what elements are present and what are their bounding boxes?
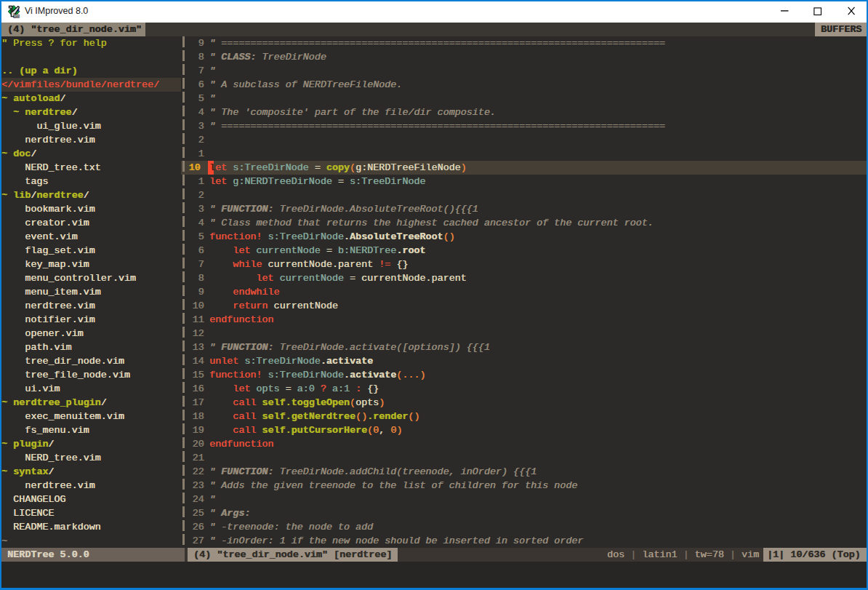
svg-text:im: im	[14, 13, 20, 18]
